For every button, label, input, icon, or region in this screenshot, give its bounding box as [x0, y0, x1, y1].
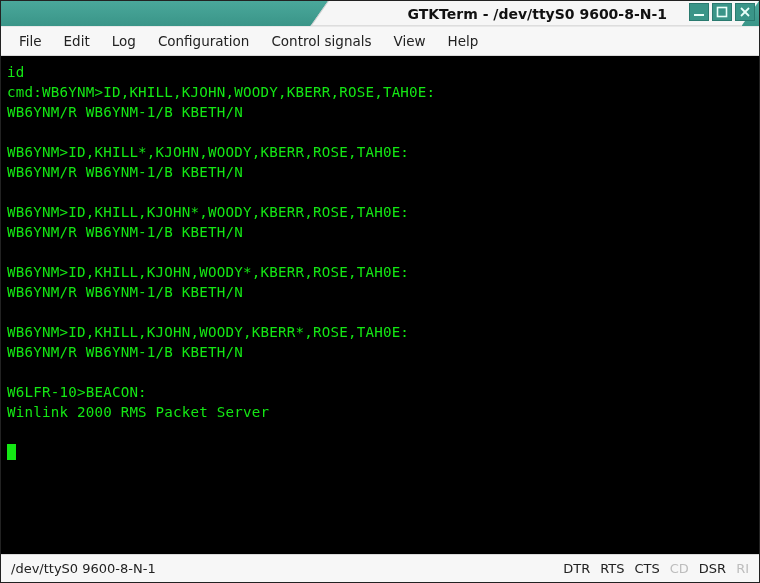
maximize-button[interactable] — [712, 3, 732, 21]
signal-ri: RI — [736, 561, 749, 576]
window-title: GTKTerm - /dev/ttyS0 9600-8-N-1 — [397, 1, 677, 26]
menu-view[interactable]: View — [384, 29, 436, 53]
terminal-cursor — [7, 444, 16, 460]
signal-rts: RTS — [600, 561, 624, 576]
close-button[interactable] — [735, 3, 755, 21]
signal-cd: CD — [670, 561, 689, 576]
menu-configuration[interactable]: Configuration — [148, 29, 260, 53]
minimize-button[interactable] — [689, 3, 709, 21]
titlebar[interactable]: GTKTerm - /dev/ttyS0 9600-8-N-1 — [1, 1, 759, 26]
status-signals: DTRRTSCTSCDDSRRI — [563, 561, 749, 576]
menu-control-signals[interactable]: Control signals — [261, 29, 381, 53]
signal-dsr: DSR — [699, 561, 726, 576]
statusbar: /dev/ttyS0 9600-8-N-1 DTRRTSCTSCDDSRRI — [1, 554, 759, 582]
menu-log[interactable]: Log — [102, 29, 146, 53]
signal-cts: CTS — [634, 561, 659, 576]
menu-file[interactable]: File — [9, 29, 52, 53]
menu-help[interactable]: Help — [438, 29, 489, 53]
svg-rect-1 — [718, 8, 727, 17]
svg-rect-0 — [694, 14, 704, 16]
app-window: GTKTerm - /dev/ttyS0 9600-8-N-1 FileEdit… — [0, 0, 760, 583]
maximize-icon — [716, 6, 728, 18]
minimize-icon — [693, 6, 705, 18]
menu-edit[interactable]: Edit — [54, 29, 100, 53]
terminal-output[interactable]: id cmd:WB6YNM>ID,KHILL,KJOHN,WOODY,KBERR… — [1, 56, 759, 554]
window-controls — [689, 3, 755, 21]
close-icon — [739, 6, 751, 18]
signal-dtr: DTR — [563, 561, 590, 576]
menubar: FileEditLogConfigurationControl signalsV… — [1, 26, 759, 56]
status-port: /dev/ttyS0 9600-8-N-1 — [11, 561, 563, 576]
